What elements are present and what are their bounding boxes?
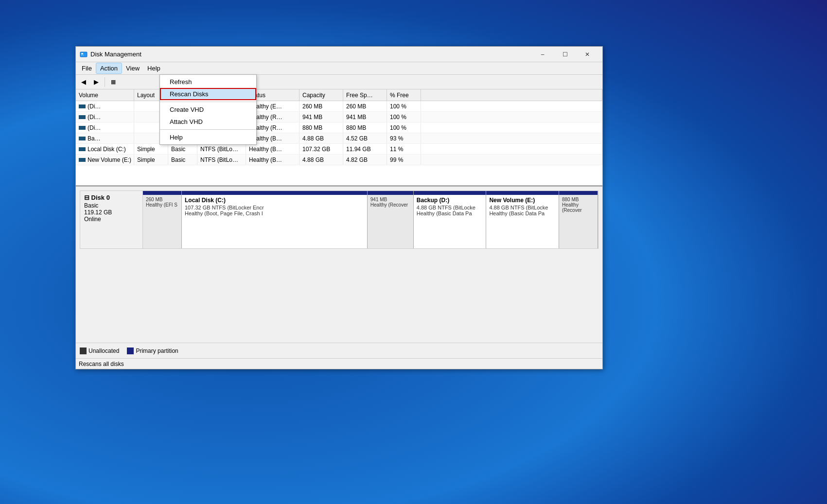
col-volume[interactable]: Volume xyxy=(76,89,134,101)
partition-efi[interactable]: 260 MB Healthy (EFI S xyxy=(143,191,182,248)
dropdown-help[interactable]: Help xyxy=(160,131,256,143)
minimize-button[interactable]: – xyxy=(531,47,554,62)
toolbar-forward[interactable]: ▶ xyxy=(90,77,102,87)
action-dropdown: Refresh Rescan Disks Create VHD Attach V… xyxy=(159,74,257,145)
table-body: (Di… Basic Healthy (E… 260 MB 260 MB 100… xyxy=(76,101,602,185)
window-icon xyxy=(80,51,88,58)
toolbar-separator xyxy=(105,77,105,87)
legend-unallocated-box xyxy=(80,348,87,354)
partition-e[interactable]: New Volume (E:) 4.88 GB NTFS (BitLocke H… xyxy=(486,191,559,248)
legend-primary-box xyxy=(127,348,134,354)
legend-unallocated: Unallocated xyxy=(80,348,119,354)
col-free-space[interactable]: Free Sp… xyxy=(343,89,387,101)
col-pct-free[interactable]: % Free xyxy=(387,89,421,101)
menu-view[interactable]: View xyxy=(122,63,143,73)
status-text: Rescans all disks xyxy=(79,361,124,367)
legend-primary: Primary partition xyxy=(127,348,178,354)
disk-management-window: Disk Management – ☐ ✕ File Action View H… xyxy=(75,46,603,369)
toolbar-extra[interactable]: ▦ xyxy=(107,77,119,87)
disk-name: ⊟ Disk 0 xyxy=(84,194,139,201)
svg-rect-2 xyxy=(81,55,82,55)
dropdown-sep2 xyxy=(160,129,256,130)
partition-recovery1[interactable]: 941 MB Healthy (Recover xyxy=(368,191,414,248)
status-bar: Rescans all disks xyxy=(76,358,602,369)
dropdown-attach-vhd[interactable]: Attach VHD xyxy=(160,116,256,128)
disk-size: 119.12 GB xyxy=(84,209,139,216)
partition-c[interactable]: Local Disk (C:) 107.32 GB NTFS (BitLocke… xyxy=(182,191,368,248)
col-capacity[interactable]: Capacity xyxy=(299,89,343,101)
partition-d[interactable]: Backup (D:) 4.88 GB NTFS (BitLocke Healt… xyxy=(414,191,487,248)
dropdown-refresh[interactable]: Refresh xyxy=(160,76,256,88)
menu-action[interactable]: Action xyxy=(96,63,122,74)
maximize-button[interactable]: ☐ xyxy=(554,47,576,62)
svg-rect-3 xyxy=(83,55,84,55)
legend-primary-label: Primary partition xyxy=(136,348,178,354)
disk-type: Basic xyxy=(84,202,139,209)
table-header: Volume Layout Type File System Status Ca… xyxy=(76,89,602,101)
menu-bar: File Action View Help xyxy=(76,62,602,75)
toolbar-back[interactable]: ◀ xyxy=(78,77,89,87)
legend-area: Unallocated Primary partition xyxy=(76,343,602,358)
toolbar: ◀ ▶ ▦ xyxy=(76,75,602,89)
disk-partitions: 260 MB Healthy (EFI S Local Disk (C:) 10… xyxy=(143,191,598,249)
table-row[interactable]: Ba… Basic NTFS (BitLo… Healthy (B… 4.88 … xyxy=(76,133,602,144)
table-row[interactable]: (Di… Basic Healthy (R… 941 MB 941 MB 100… xyxy=(76,112,602,122)
window-title: Disk Management xyxy=(90,51,531,58)
disk-label: ⊟ Disk 0 Basic 119.12 GB Online xyxy=(80,191,143,249)
table-row[interactable]: Local Disk (C:) Simple Basic NTFS (BitLo… xyxy=(76,144,602,155)
col-extra xyxy=(421,89,602,101)
window-controls: – ☐ ✕ xyxy=(531,47,598,62)
table-row[interactable]: (Di… Basic Healthy (R… 880 MB 880 MB 100… xyxy=(76,122,602,133)
svg-rect-1 xyxy=(81,53,83,54)
menu-file[interactable]: File xyxy=(78,63,96,73)
menu-help[interactable]: Help xyxy=(143,63,164,73)
dropdown-create-vhd[interactable]: Create VHD xyxy=(160,104,256,116)
table-row[interactable]: New Volume (E:) Simple Basic NTFS (BitLo… xyxy=(76,155,602,165)
title-bar: Disk Management – ☐ ✕ xyxy=(76,47,602,62)
disk-row: ⊟ Disk 0 Basic 119.12 GB Online 260 MB H… xyxy=(80,191,598,249)
dropdown-sep1 xyxy=(160,102,256,102)
partition-recovery2[interactable]: 880 MB Healthy (Recover xyxy=(559,191,598,248)
legend-unallocated-label: Unallocated xyxy=(88,348,119,354)
dropdown-rescan-disks[interactable]: Rescan Disks xyxy=(160,88,256,100)
table-row[interactable]: (Di… Basic Healthy (E… 260 MB 260 MB 100… xyxy=(76,101,602,112)
close-button[interactable]: ✕ xyxy=(576,47,598,62)
disk-status: Online xyxy=(84,216,139,223)
volume-table-area: Volume Layout Type File System Status Ca… xyxy=(76,89,602,187)
disk-visual-area: ⊟ Disk 0 Basic 119.12 GB Online 260 MB H… xyxy=(76,187,602,343)
main-content: Volume Layout Type File System Status Ca… xyxy=(76,89,602,358)
